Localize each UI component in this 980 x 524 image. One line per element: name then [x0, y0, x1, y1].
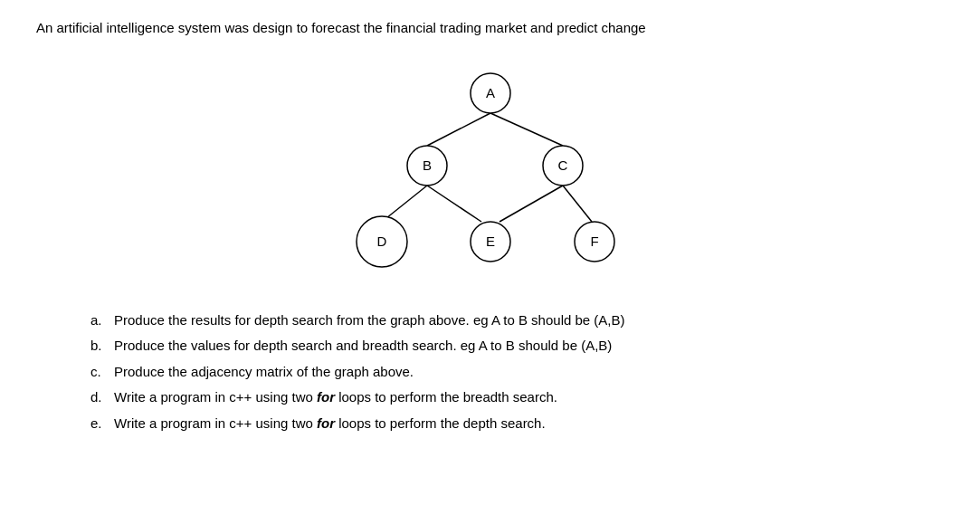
- question-e-text: Write a program in c++ using two for loo…: [114, 414, 546, 434]
- edge-A-C: [490, 113, 563, 146]
- node-B-label: B: [422, 157, 431, 173]
- question-b: b. Produce the values for depth search a…: [90, 336, 944, 357]
- node-A-label: A: [485, 85, 494, 100]
- graph-svg: A B C D E F: [300, 57, 680, 292]
- question-d-text: Write a program in c++ using two for loo…: [114, 387, 557, 408]
- question-a-text: Produce the results for depth search fro…: [114, 310, 625, 331]
- graph-diagram: A B C D E F: [36, 57, 944, 292]
- node-F-label: F: [590, 233, 598, 249]
- question-a-label: a.: [90, 310, 109, 331]
- node-D-label: D: [376, 233, 386, 249]
- edge-C-F: [563, 186, 592, 222]
- question-c: c. Produce the adjacency matrix of the g…: [90, 362, 944, 383]
- question-e: e. Write a program in c++ using two for …: [90, 414, 944, 434]
- questions-list: a. Produce the results for depth search …: [36, 310, 944, 434]
- question-d: d. Write a program in c++ using two for …: [90, 387, 944, 408]
- question-e-label: e.: [90, 414, 109, 434]
- question-c-text: Produce the adjacency matrix of the grap…: [114, 362, 414, 383]
- question-b-label: b.: [90, 336, 109, 357]
- edge-B-D: [382, 186, 427, 222]
- intro-paragraph: An artificial intelligence system was de…: [36, 18, 941, 39]
- edge-B-E: [427, 186, 481, 222]
- question-b-text: Produce the values for depth search and …: [114, 336, 612, 357]
- edge-A-B: [427, 113, 490, 146]
- edge-C-E: [500, 186, 563, 222]
- question-c-label: c.: [90, 362, 109, 383]
- question-d-label: d.: [90, 387, 109, 408]
- node-E-label: E: [485, 233, 494, 249]
- node-C-label: C: [557, 157, 567, 173]
- question-a: a. Produce the results for depth search …: [90, 310, 944, 331]
